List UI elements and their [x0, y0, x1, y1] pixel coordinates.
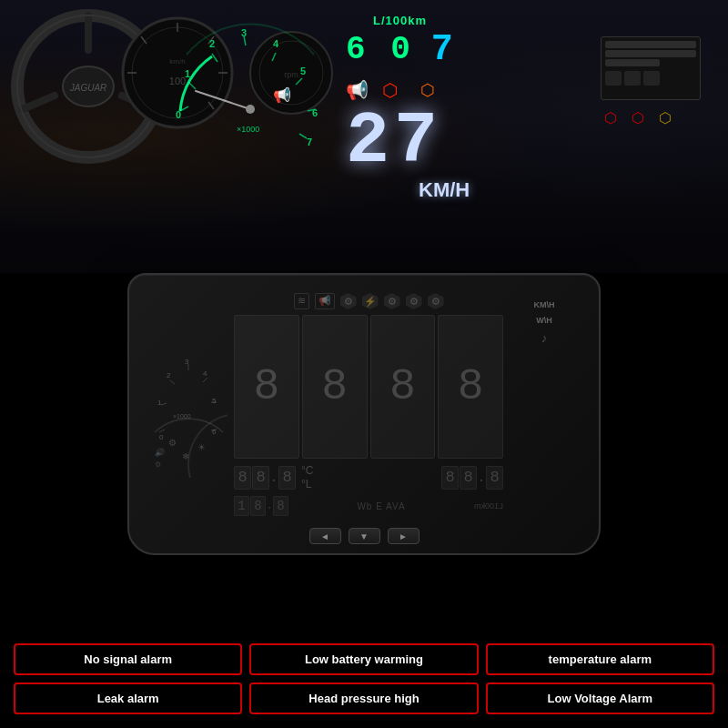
speed-display-projection: L/100km 6 0 7 📢 ⬡ ⬡ 27 KM/H [337, 14, 537, 223]
alarm-low-voltage: Low Voltage Alarm [486, 682, 714, 714]
svg-text:📢: 📢 [273, 86, 291, 104]
seg-digit-2: 8 [302, 315, 368, 459]
fuel-unit-label: L/100km [373, 14, 427, 27]
rpm-gauge-projection: 0 1 2 3 4 5 6 7 ×1000 📢 [164, 18, 337, 191]
screen-line-2 [605, 50, 696, 57]
svg-line-30 [212, 54, 217, 62]
bluetooth-icon: ♪ [508, 331, 581, 345]
car-screen [601, 36, 701, 100]
svg-text:⚙: ⚙ [168, 438, 177, 448]
hud-device: 0 1 2 3 4 5 6 [127, 273, 601, 555]
svg-text:4: 4 [273, 38, 279, 49]
svg-line-38 [196, 91, 250, 109]
car-infotainment: ⬡ ⬡ ⬡ [601, 36, 710, 127]
dev-icon-hex2: ⚡ [362, 293, 379, 309]
svg-text:JAGUAR: JAGUAR [69, 83, 107, 93]
device-buttons-row[interactable]: ◄ ▼ ► [147, 528, 581, 544]
hex-warning-orange: ⬡ [420, 80, 435, 100]
bottom-seg-1: 1 [234, 496, 249, 516]
svg-text:🔊: 🔊 [155, 447, 166, 458]
speed-unit-label: KM/H [419, 178, 470, 202]
warn-symbol-red-2: ⬡ [628, 107, 648, 127]
seg-digit-3: 8 [370, 315, 436, 459]
warn-symbols-row: ⬡ ⬡ ⬡ [601, 107, 710, 127]
alarm-temperature: temperature alarm [486, 643, 714, 675]
dev-icon-hex4: ⚙ [406, 293, 422, 309]
screen-line-1 [605, 41, 696, 48]
seg-digit-4: 8 [438, 315, 503, 459]
l100km-label: L100km [474, 501, 503, 511]
dev-icon-hex1: ⚙ [340, 293, 357, 309]
dev-icon-horn: 📢 [315, 293, 335, 309]
svg-text:4: 4 [203, 369, 207, 378]
bottom-seg-2: 8 [250, 496, 266, 516]
speed-value-display: 27 [346, 106, 442, 178]
warn-symbol-yellow: ⬡ [655, 107, 675, 127]
small-seg-dot1: . [270, 466, 278, 490]
fuel-value-display: 6 0 [346, 31, 413, 68]
bottom-seg-dot: . [267, 496, 272, 516]
small-seg-2: 8 [252, 466, 269, 490]
dev-icon-hex3: ⚙ [384, 293, 400, 309]
svg-line-48 [161, 403, 167, 405]
svg-line-51 [203, 378, 207, 382]
alarm-section: No signal alarm Low battery warming temp… [0, 634, 728, 728]
svg-text:5: 5 [300, 66, 306, 76]
svg-text:×1000: ×1000 [173, 413, 191, 420]
device-display-area: 0 1 2 3 4 5 6 [147, 288, 581, 521]
prev-button[interactable]: ◄ [309, 528, 341, 544]
dev-icon-hex5: ⚙ [428, 293, 444, 309]
seg-digit-1: 8 [234, 315, 299, 459]
svg-text:0: 0 [159, 433, 164, 441]
svg-text:×1000: ×1000 [237, 125, 259, 134]
svg-text:1: 1 [185, 68, 190, 79]
small-seg-4: 8 [441, 466, 459, 490]
next-button[interactable]: ► [388, 528, 420, 544]
svg-text:☀: ☀ [197, 442, 206, 452]
small-right-digit: 7 [431, 29, 453, 70]
svg-text:⚙: ⚙ [155, 460, 161, 469]
screen-line-3 [605, 59, 660, 66]
device-gauge-left: 0 1 2 3 4 5 6 [147, 288, 229, 521]
svg-line-2 [23, 96, 55, 109]
svg-text:2: 2 [209, 38, 215, 49]
wh-label: W\H [508, 316, 581, 326]
svg-text:2: 2 [167, 371, 171, 379]
svg-line-35 [299, 134, 307, 138]
small-seg-5: 8 [460, 466, 477, 490]
alarm-no-signal: No signal alarm [14, 643, 242, 675]
small-seg-1: 8 [234, 466, 251, 490]
alarm-low-battery: Low battery warming [249, 643, 478, 675]
horn-warning-icon: 📢 [346, 79, 369, 101]
warn-symbol-red-1: ⬡ [601, 107, 621, 127]
small-seg-3: 8 [278, 466, 296, 490]
alarm-head-pressure: Head pressure high [249, 682, 478, 714]
dev-icon-fan: ≋ [294, 293, 309, 309]
svg-text:1: 1 [157, 399, 162, 407]
svg-line-49 [170, 380, 175, 384]
svg-text:❄: ❄ [182, 451, 189, 461]
small-seg-6: 8 [486, 466, 503, 490]
temp-celsius-label: °C°L [301, 464, 313, 490]
svg-line-32 [272, 53, 276, 61]
device-right-labels: KM\H W\H ♪ [508, 288, 581, 521]
bottom-seg-3: 8 [273, 496, 288, 516]
wbe-ava-label: Wb E AVA [357, 501, 405, 511]
svg-text:7: 7 [307, 136, 312, 147]
alarm-leak: Leak alarm [14, 682, 242, 714]
svg-text:6: 6 [212, 428, 217, 436]
svg-line-33 [296, 78, 302, 85]
small-seg-dot2: . [478, 466, 485, 490]
svg-text:5: 5 [212, 397, 217, 405]
kmh-label: KM\H [508, 300, 581, 310]
svg-line-47 [159, 430, 165, 432]
hex-warning-red: ⬡ [382, 79, 398, 101]
svg-point-39 [246, 105, 255, 114]
warning-icons-row: 📢 ⬡ ⬡ [346, 79, 435, 101]
down-button[interactable]: ▼ [349, 528, 380, 544]
